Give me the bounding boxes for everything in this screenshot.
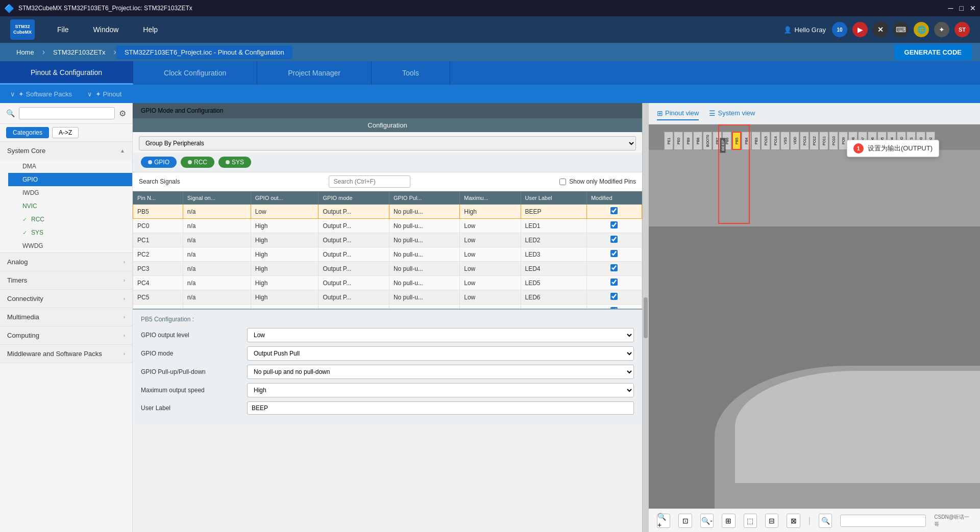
col-pin: Pin N... <box>133 192 183 205</box>
view-tab-pinout[interactable]: ⊞ Pinout view <box>657 107 699 120</box>
gear-icon[interactable]: ⚙ <box>119 109 126 118</box>
st-icon[interactable]: ST <box>954 22 970 37</box>
signals-search-input[interactable] <box>329 175 410 188</box>
maximize-button[interactable]: □ <box>960 4 964 12</box>
cell-gpio-mode: Output P... <box>318 233 389 247</box>
youtube-icon[interactable]: ▶ <box>852 22 868 37</box>
fit-button[interactable]: ⊡ <box>678 514 692 528</box>
zoom-out-button[interactable]: 🔍- <box>700 514 714 528</box>
view-button-2[interactable]: ⬚ <box>744 514 757 528</box>
sidebar-item-nvic[interactable]: NVIC <box>8 199 132 213</box>
table-row[interactable]: PC1 n/a High Output P... No pull-u... Lo… <box>133 233 642 247</box>
cell-gpio-out: High <box>251 247 318 262</box>
table-row[interactable]: PC2 n/a High Output P... No pull-u... Lo… <box>133 247 642 262</box>
filter-categories[interactable]: Categories <box>6 127 49 138</box>
config-subtitle: Configuration <box>133 118 642 132</box>
sidebar-section-header-middleware[interactable]: Middleware and Software Packs › <box>0 345 132 363</box>
view-button-4[interactable]: ⊠ <box>787 514 800 528</box>
cell-gpio-out: High <box>251 276 318 290</box>
scroll-handle[interactable] <box>644 297 648 338</box>
sidebar-item-iwdg[interactable]: IWDG <box>8 186 132 199</box>
cell-gpio-out: High <box>251 262 318 276</box>
toolbar-search-input[interactable] <box>840 515 926 527</box>
config-row-user-label: User Label <box>141 401 634 415</box>
gpio-tab-sys[interactable]: SYS <box>218 157 251 168</box>
table-row[interactable]: PC5 n/a High Output P... No pull-u... Lo… <box>133 290 642 305</box>
menu-window[interactable]: Window <box>91 21 121 38</box>
title-bar-controls[interactable]: ─ □ ✕ <box>948 4 976 12</box>
network-icon[interactable]: ✦ <box>934 22 949 37</box>
menu-help[interactable]: Help <box>141 21 160 38</box>
generate-code-button[interactable]: GENERATE CODE <box>894 44 972 60</box>
sidebar-item-dma[interactable]: DMA <box>8 160 132 173</box>
cell-pin: PC6 <box>133 305 183 309</box>
filter-az[interactable]: A->Z <box>52 127 79 138</box>
group-by-select[interactable]: Group By Peripherals <box>139 136 636 150</box>
menu-bar-left: STM32 CubeMX File Window Help <box>10 19 160 40</box>
show-modified-checkbox[interactable] <box>559 179 566 185</box>
cell-max-speed: Low <box>460 262 521 276</box>
table-row[interactable]: PC3 n/a High Output P... No pull-u... Lo… <box>133 262 642 276</box>
gpio-table-container[interactable]: Pin N... Signal on... GPIO out... GPIO m… <box>133 191 642 309</box>
cell-gpio-pull: No pull-u... <box>389 247 459 262</box>
pinout-view-icon: ⊞ <box>657 109 663 117</box>
sidebar-section-header-system-core[interactable]: System Core ▲ <box>0 142 132 160</box>
sidebar-item-wwdg[interactable]: WWDG <box>8 239 132 252</box>
sidebar-item-rcc[interactable]: RCC <box>8 213 132 226</box>
gpio-tab-gpio[interactable]: GPIO <box>141 157 177 168</box>
gpio-tab-rcc[interactable]: RCC <box>181 157 214 168</box>
tab-tools[interactable]: Tools <box>372 61 450 85</box>
minimize-button[interactable]: ─ <box>948 4 953 12</box>
sidebar-section-header-computing[interactable]: Computing › <box>0 326 132 344</box>
cell-gpio-mode: Output P... <box>318 290 389 305</box>
web-icon[interactable]: 🌐 <box>914 22 929 37</box>
sidebar-section-header-connectivity[interactable]: Connectivity › <box>0 290 132 308</box>
view-button-1[interactable]: ⊞ <box>722 514 735 528</box>
sidebar-section-header-timers[interactable]: Timers › <box>0 271 132 289</box>
pin-pb4: PB4 <box>742 132 751 150</box>
view-tab-system[interactable]: ☰ System view <box>709 107 755 120</box>
config-row-gpio-mode: GPIO mode Output Push PullOutput Open Dr… <box>141 346 634 361</box>
config-select-pullupdown[interactable]: No pull-up and no pull-downPull-upPull-d… <box>247 365 634 379</box>
zoom-in-button[interactable]: 🔍+ <box>657 514 670 528</box>
tab-pinout[interactable]: Pinout & Configuration <box>0 61 133 85</box>
cell-gpio-out: Low <box>251 205 318 219</box>
sidebar-section-header-multimedia[interactable]: Multimedia › <box>0 308 132 326</box>
breadcrumb-chip[interactable]: STM32F103ZETx <box>45 45 114 59</box>
col-label: User Label <box>521 192 586 205</box>
table-row[interactable]: PC0 n/a High Output P... No pull-u... Lo… <box>133 219 642 233</box>
user-info: 👤 Hello Gray <box>783 26 826 34</box>
sidebar-item-gpio[interactable]: GPIO <box>8 173 132 186</box>
sub-tab-pinout[interactable]: ∨ ✦ Pinout <box>87 90 121 98</box>
search-button[interactable]: 🔍 <box>819 514 832 528</box>
sub-tab-software-packs[interactable]: ∨ ✦ Software Packs <box>10 90 72 98</box>
tab-project[interactable]: Project Manager <box>257 61 372 85</box>
table-row[interactable]: PC6 n/a High Output P... No pull-u... Lo… <box>133 305 642 309</box>
icon-10[interactable]: 10 <box>832 22 847 37</box>
close-button[interactable]: ✕ <box>970 4 976 12</box>
config-row-output-level: GPIO output level LowHigh <box>141 328 634 342</box>
view-button-3[interactable]: ⊟ <box>765 514 778 528</box>
menu-file[interactable]: File <box>55 21 71 38</box>
cell-max-speed: Low <box>460 290 521 305</box>
x-icon[interactable]: ✕ <box>873 22 888 37</box>
collapse-icon-analog: › <box>124 259 125 265</box>
chevron-down-icon: ∨ <box>10 90 15 98</box>
github-icon[interactable]: ⌨ <box>893 22 909 37</box>
breadcrumb-home[interactable]: Home <box>8 45 42 59</box>
search-input[interactable] <box>19 107 115 119</box>
scrollbar[interactable] <box>642 103 648 532</box>
title-bar-title: 🔷 STM32CubeMX STM32F103ET6_Project.ioc: … <box>4 4 192 13</box>
config-select-gpio-mode[interactable]: Output Push PullOutput Open Drain <box>247 346 634 361</box>
config-input-user-label[interactable] <box>247 401 634 415</box>
sidebar-section-header-analog[interactable]: Analog › <box>0 253 132 271</box>
breadcrumb-project[interactable]: STM32ZF103ET6_Project.ioc - Pinout & Con… <box>116 45 292 59</box>
table-row[interactable]: PC4 n/a High Output P... No pull-u... Lo… <box>133 276 642 290</box>
pin-po11: PO11 <box>819 132 828 150</box>
sidebar-item-sys[interactable]: SYS <box>8 226 132 239</box>
config-select-output-level[interactable]: LowHigh <box>247 328 634 342</box>
tab-clock[interactable]: Clock Configuration <box>133 61 257 85</box>
content-area: GPIO Mode and Configuration Configuratio… <box>133 103 642 532</box>
config-select-max-speed[interactable]: LowMediumHigh <box>247 383 634 397</box>
table-row[interactable]: PB5 n/a Low Output P... No pull-u... Hig… <box>133 205 642 219</box>
